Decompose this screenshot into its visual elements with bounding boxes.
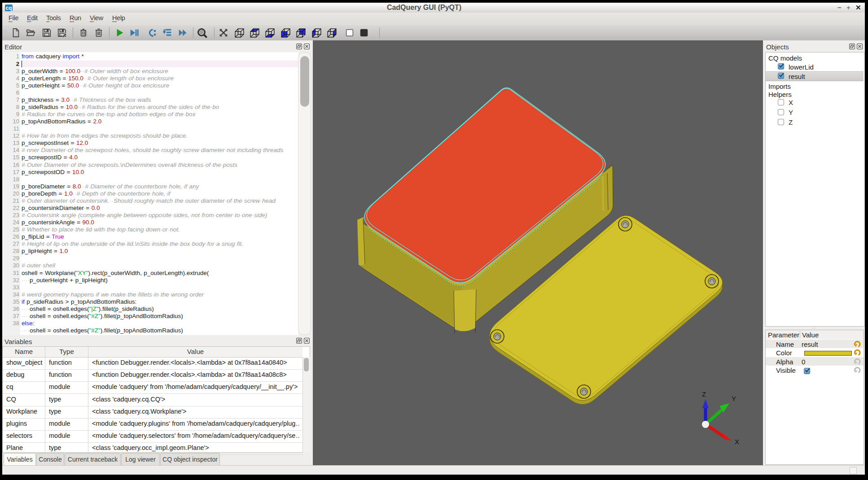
svg-text:Y: Y — [732, 395, 736, 402]
svg-text:X: X — [735, 438, 739, 445]
svg-text:Z: Z — [702, 390, 706, 398]
